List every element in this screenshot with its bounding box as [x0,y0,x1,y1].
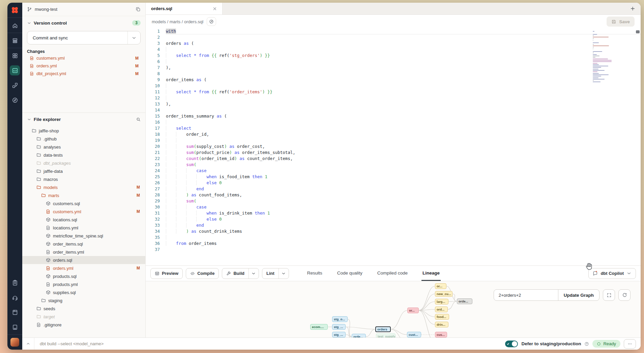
tree-item-orders-sql[interactable]: orders.sql [22,256,145,264]
tree-item-customers-yml[interactable]: customers.ymlM [22,207,145,216]
lineage-node-yord[interactable]: ord... [435,307,448,312]
tree-item-models[interactable]: modelsM [22,183,145,191]
code-editor[interactable]: 1with23orders as (4 5 select * from {{ r… [146,28,641,265]
logo-icon[interactable] [7,3,22,18]
editor-tabbar: orders.sql [146,3,641,15]
lineage-node-cust[interactable]: cust... [407,332,421,338]
tree-item-staging[interactable]: staging [22,296,145,304]
tree-item-jaffle-data[interactable]: jaffle-data [22,167,145,175]
card-icon[interactable] [7,320,22,334]
tree-item-order-items-yml[interactable]: order_items.yml [22,248,145,256]
search-icon[interactable] [136,117,141,122]
ready-status-badge[interactable]: Ready [592,340,620,348]
lineage-node-gorde[interactable]: orde... [457,298,472,304]
refresh-button[interactable] [618,289,631,301]
tree-item-orders-yml[interactable]: orders.ymlM [22,264,145,272]
tree-item-products-sql[interactable]: products.sql [22,272,145,280]
lineage-node-cuspink[interactable]: cus... [435,332,447,338]
tree-item--github[interactable]: .github [22,135,145,143]
tree-item-macros[interactable]: macros [22,175,145,183]
book-icon[interactable] [7,305,22,320]
home-icon[interactable] [7,18,22,33]
compile-button[interactable]: Compile [186,268,219,279]
tree-item-label: staging [48,298,62,303]
fullscreen-button[interactable] [603,289,615,301]
close-tab-icon[interactable] [213,7,217,11]
lineage-node-ynewcu[interactable]: new_cu... [435,291,452,297]
tree-item-metricflow-time-spine-sql[interactable]: metricflow_time_spine.sql [22,232,145,240]
tree-item-supplies-sql[interactable]: supplies.sql [22,288,145,296]
tree-item-locations-yml[interactable]: locations.yml [22,224,145,232]
lint-button[interactable]: Lint [262,268,289,279]
line-number: 33 [146,222,160,228]
defer-toggle[interactable] [505,341,518,347]
tree-item-data-tests[interactable]: data-tests [22,151,145,159]
changed-file-row[interactable]: dbt_project.ymlM [27,70,141,77]
lineage-node-yor[interactable]: or... [435,283,446,289]
file-icon [30,64,34,68]
command-input[interactable]: dbt build --select <model_name> [40,341,104,346]
commit-and-sync-button[interactable]: Commit and sync [27,31,141,44]
code-icon[interactable] [7,63,22,78]
clipboard-icon[interactable] [7,275,22,290]
changed-file-row[interactable]: customers.ymlM [27,55,141,62]
breadcrumb[interactable]: models / marts / orders.sql [152,19,203,24]
tree-item--gitignore[interactable]: .gitignore [22,321,145,329]
lineage-node-ylarg[interactable]: larg... [435,299,448,304]
build-button[interactable]: Build [222,268,259,279]
explore-icon [209,19,214,24]
build-dropdown-chevron[interactable] [248,268,259,279]
tree-item-order-items-sql[interactable]: order_items.sql [22,240,145,248]
line-number: 32 [146,216,160,222]
grid-icon[interactable] [7,48,22,63]
commit-options-chevron[interactable] [127,31,140,44]
tree-item-locations-sql[interactable]: locations.sql [22,216,145,224]
file-explorer-header[interactable]: File explorer [22,117,145,122]
version-control-header[interactable]: Version control 3 [27,20,141,26]
tab-code-quality[interactable]: Code quality [336,266,363,281]
branch-name[interactable]: mwong-test [35,7,57,12]
update-graph-button[interactable]: Update Graph [558,290,599,300]
lineage-node-orpink[interactable]: or... [407,308,419,313]
tab-compiled-code[interactable]: Compiled code [376,266,409,281]
tree-item-jaffle-shop[interactable]: jaffle-shop [22,127,145,135]
new-tab-icon[interactable] [630,6,635,11]
tree-item-marts[interactable]: martsM [22,191,145,199]
avatar-icon[interactable] [7,335,22,350]
lineage-node-stg0[interactable]: stg_o... [332,316,348,322]
tab-results[interactable]: Results [306,266,323,281]
lineage-node-stg2[interactable]: stg_... [332,332,346,338]
tree-item-seeds[interactable]: seeds [22,304,145,313]
fork-icon[interactable] [7,78,22,93]
minimap-line [593,44,594,45]
preview-button[interactable]: Preview [150,268,183,279]
lineage-node-yfood[interactable]: food... [435,314,449,320]
tree-item-customers-sql[interactable]: customers.sql [22,199,145,207]
tab-orders-sql[interactable]: orders.sql [146,3,223,14]
compass-icon[interactable] [7,93,22,107]
more-options-button[interactable] [624,339,636,349]
minimap[interactable] [593,31,612,85]
view-docs-button[interactable] [207,17,216,26]
lineage-node-orders[interactable]: orders [375,326,391,332]
changed-file-row[interactable]: orders.ymlM [27,62,141,69]
save-button[interactable]: Save [607,17,635,27]
lint-dropdown-chevron[interactable] [279,268,289,279]
tree-item-products-yml[interactable]: products.yml [22,280,145,288]
collapse-panel-button[interactable] [22,338,34,350]
tab-lineage[interactable]: Lineage [421,266,441,281]
lineage-node-ydrin[interactable]: drin... [435,322,448,327]
tree-item-dbt-packages[interactable]: dbt_packages [22,159,145,167]
code-line: 6 [146,59,641,65]
help-icon[interactable] [584,342,589,346]
tree-item-target[interactable]: target [22,313,145,321]
stack-icon[interactable] [7,33,22,48]
tree-item-analyses[interactable]: analyses [22,143,145,151]
lineage-node-ecom[interactable]: ecom.... [310,324,328,330]
headset-icon[interactable] [7,290,22,305]
copy-icon[interactable] [136,7,141,12]
dbt-copilot-button[interactable]: dbt Copilot [588,268,636,279]
scrollbar-thumb[interactable] [636,30,640,33]
lineage-node-stg1[interactable]: stg_... [332,324,346,330]
lineage-selector-input[interactable] [494,290,558,300]
